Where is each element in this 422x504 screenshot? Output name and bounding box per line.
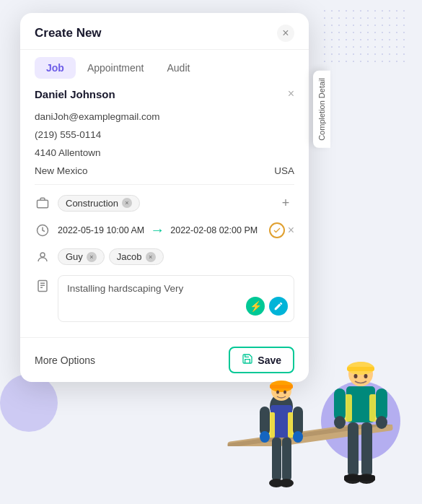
assignees-row: Guy × Jacob ×	[35, 243, 294, 270]
bg-dots	[321, 7, 408, 65]
illustration	[242, 338, 400, 504]
modal-body: Daniel Johnson × daniJoh@examplegmail.co…	[20, 79, 309, 337]
svg-rect-41	[358, 475, 375, 481]
date-actions: ×	[269, 222, 294, 238]
worker-back	[249, 370, 314, 504]
svg-rect-21	[282, 438, 291, 481]
clock-icon	[35, 222, 50, 238]
assignees-container: Guy × Jacob ×	[58, 248, 294, 265]
completion-detail-tab[interactable]: Completion Detail	[313, 71, 330, 148]
phone-value: (219) 555-0114	[35, 129, 101, 140]
notes-text: Installing hardscaping Very	[67, 283, 183, 294]
modal-close-button[interactable]: ×	[277, 25, 294, 42]
end-date[interactable]: 2022-02-08 02:00 PM	[170, 225, 258, 235]
assignee-guy-remove[interactable]: ×	[87, 252, 97, 262]
svg-rect-28	[347, 367, 374, 371]
state-value: New Mexico	[35, 165, 88, 176]
worker-front	[321, 352, 400, 504]
address-row: 4140 Allentown	[35, 144, 294, 162]
person-row: Daniel Johnson ×	[35, 87, 294, 100]
notes-row: Installing hardscaping Very ⚡	[35, 270, 294, 327]
date-range: 2022-05-19 10:00 AM → 2022-02-08 02:00 P…	[58, 222, 262, 238]
notes-icon	[35, 278, 50, 294]
start-date[interactable]: 2022-05-19 10:00 AM	[58, 225, 144, 235]
svg-point-34	[334, 416, 346, 429]
date-clear-button[interactable]: ×	[288, 224, 294, 237]
notes-actions: ⚡	[246, 297, 288, 316]
tag-label: Construction	[66, 198, 118, 209]
more-options-button[interactable]: More Options	[35, 355, 95, 366]
svg-point-2	[40, 253, 45, 257]
assignee-jacob-label: Jacob	[117, 251, 142, 262]
tab-bar: Job Appointment Audit	[20, 50, 309, 79]
tag-construction[interactable]: Construction ×	[58, 195, 140, 212]
tags-row: Construction × +	[35, 189, 294, 217]
svg-rect-36	[348, 422, 359, 477]
person-clear-button[interactable]: ×	[288, 87, 294, 100]
svg-point-23	[279, 479, 294, 487]
svg-point-42	[354, 374, 358, 378]
bg-circle-left	[0, 374, 58, 432]
date-row: 2022-05-19 10:00 AM → 2022-02-08 02:00 P…	[35, 217, 294, 243]
phone-row: (219) 555-0114	[35, 126, 294, 144]
tab-audit[interactable]: Audit	[156, 57, 202, 79]
date-confirm-button[interactable]	[269, 222, 285, 238]
svg-point-43	[364, 374, 368, 378]
notes-edit-button[interactable]	[269, 297, 288, 316]
svg-rect-15	[288, 412, 294, 438]
email-value: daniJoh@examplegmail.com	[35, 111, 160, 122]
tag-close-button[interactable]: ×	[122, 198, 132, 208]
svg-rect-30	[345, 394, 352, 422]
svg-rect-20	[272, 438, 281, 481]
svg-point-35	[376, 416, 387, 429]
assignee-guy-label: Guy	[66, 251, 83, 262]
arrow-icon: →	[150, 222, 164, 238]
create-modal: Completion Detail Create New × Job Appoi…	[20, 13, 309, 382]
tab-appointment[interactable]: Appointment	[76, 57, 156, 79]
briefcase-icon	[35, 195, 50, 211]
svg-rect-0	[38, 200, 48, 208]
person-icon	[35, 249, 50, 265]
tags-container: Construction ×	[58, 195, 270, 212]
assignee-jacob[interactable]: Jacob ×	[109, 248, 164, 265]
notes-bolt-button[interactable]: ⚡	[246, 297, 265, 316]
assignee-guy[interactable]: Guy ×	[58, 248, 105, 265]
modal-header: Create New ×	[20, 13, 309, 50]
svg-point-19	[293, 431, 303, 443]
svg-rect-14	[269, 412, 275, 438]
add-tag-button[interactable]: +	[277, 194, 294, 212]
location-row: New Mexico USA	[35, 162, 294, 180]
divider-1	[35, 184, 294, 185]
person-name: Daniel Johnson	[35, 88, 115, 100]
modal-title: Create New	[35, 26, 102, 40]
notes-field[interactable]: Installing hardscaping Very ⚡	[58, 275, 294, 322]
assignee-jacob-remove[interactable]: ×	[146, 252, 156, 262]
svg-point-24	[276, 391, 279, 394]
email-row: daniJoh@examplegmail.com	[35, 108, 294, 126]
country-value: USA	[274, 165, 294, 176]
svg-point-25	[283, 391, 286, 394]
tab-job[interactable]: Job	[35, 57, 76, 79]
svg-rect-37	[361, 422, 372, 477]
svg-rect-31	[369, 394, 377, 422]
svg-rect-12	[270, 385, 293, 388]
address-value: 4140 Allentown	[35, 147, 101, 158]
svg-point-18	[260, 431, 270, 443]
